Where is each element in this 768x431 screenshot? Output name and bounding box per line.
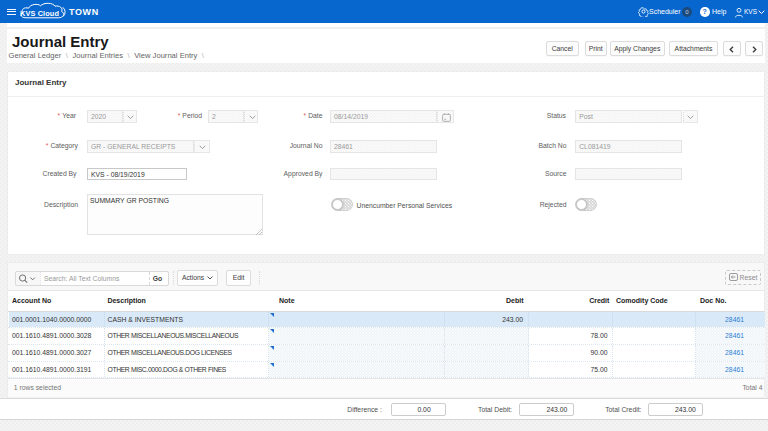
svg-text:KVS Cloud: KVS Cloud <box>20 9 59 18</box>
